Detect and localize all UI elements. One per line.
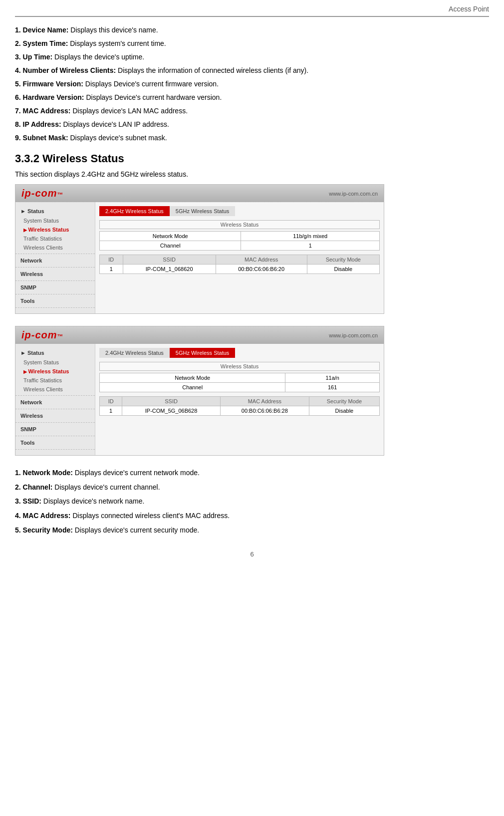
sidebar1-divider4 xyxy=(15,294,95,294)
sidebar1-traffic-statistics[interactable]: Traffic Statistics xyxy=(15,234,95,243)
panel2-th-security: Security Mode xyxy=(309,397,379,406)
intro-item-9: 9. Subnet Mask: Displays device's subnet… xyxy=(15,133,489,143)
panel2-ws-label: Wireless Status xyxy=(99,362,380,371)
panel2-main: 2.4GHz Wireless Status 5GHz Wireless Sta… xyxy=(95,344,384,455)
panel2-mode-label: Network Mode xyxy=(100,373,285,383)
sidebar2-wireless-status[interactable]: Wireless Status xyxy=(15,367,95,376)
detail-item-2: 2. Channel: Displays device's current ch… xyxy=(15,482,489,493)
intro-label-2: 2. System Time: xyxy=(15,39,68,47)
intro-label-7: 7. MAC Address: xyxy=(15,107,71,115)
panel1-row1-security: Disable xyxy=(307,265,379,274)
sidebar2-divider1 xyxy=(15,395,95,396)
sidebar2-network: Network xyxy=(15,397,95,407)
panel2-channel-value: 161 xyxy=(285,383,380,392)
detail-label-1: 1. Network Mode: xyxy=(15,469,73,477)
page-number: 6 xyxy=(15,550,489,558)
panel1-th-id: ID xyxy=(100,255,123,265)
intro-item-4: 4. Number of Wireless Clients: Displays … xyxy=(15,65,489,76)
panel1-main: 2.4GHz Wireless Status 5GHz Wireless Sta… xyxy=(95,202,384,313)
header-title: Access Point xyxy=(449,5,489,13)
sidebar2-status: ► Status xyxy=(15,348,95,358)
intro-label-1: 1. Device Name: xyxy=(15,26,68,34)
panel1-ws-label: Wireless Status xyxy=(99,220,380,229)
router-panel-2: ip-com™ www.ip-com.com.cn ► Status Syste… xyxy=(15,326,384,456)
sidebar1-wireless-clients[interactable]: Wireless Clients xyxy=(15,243,95,252)
panel2-row1-mac: 00:B0:C6:06:B6:28 xyxy=(220,406,309,416)
sidebar2-snmp: SNMP xyxy=(15,424,95,434)
sidebar2-divider2 xyxy=(15,409,95,409)
panel2-row1-security: Disable xyxy=(309,406,379,416)
sidebar1-divider2 xyxy=(15,267,95,268)
intro-label-4: 4. Number of Wireless Clients: xyxy=(15,66,116,74)
panel1-row-1: 1 IP-COM_1_068620 00:B0:C6:06:B6:20 Disa… xyxy=(100,265,380,274)
panel2-client-table: ID SSID MAC Address Security Mode 1 IP-C… xyxy=(99,396,380,416)
panel2-row1-id: 1 xyxy=(100,406,122,416)
panel2-sidebar: ► Status System Status Wireless Status T… xyxy=(15,344,95,455)
panel1-url: www.ip-com.com.cn xyxy=(329,191,378,197)
panel2-th-id: ID xyxy=(100,397,122,406)
intro-label-8: 8. IP Address: xyxy=(15,120,61,128)
sidebar1-wireless-status[interactable]: Wireless Status xyxy=(15,225,95,234)
panel2-url: www.ip-com.com.cn xyxy=(329,332,378,338)
panel2-row-1: 1 IP-COM_5G_06B628 00:B0:C6:06:B6:28 Dis… xyxy=(100,406,380,416)
sidebar1-network: Network xyxy=(15,256,95,266)
detail-label-5: 5. Security Mode: xyxy=(15,526,73,534)
sidebar1-wireless: Wireless xyxy=(15,269,95,279)
intro-item-5: 5. Firmware Version: Displays Device's c… xyxy=(15,79,489,89)
panel1-tab-5ghz[interactable]: 5GHz Wireless Status xyxy=(170,206,236,216)
panel1-row1-mac: 00:B0:C6:06:B6:20 xyxy=(216,265,307,274)
panel1-th-security: Security Mode xyxy=(307,255,379,265)
page-header: Access Point xyxy=(15,5,489,17)
sidebar2-system-status[interactable]: System Status xyxy=(15,358,95,367)
panel2-mode-value: 11a/n xyxy=(285,373,380,383)
panel1-client-table: ID SSID MAC Address Security Mode 1 IP-C… xyxy=(99,255,380,274)
panel1-channel-value: 1 xyxy=(241,241,380,251)
sidebar1-divider3 xyxy=(15,280,95,281)
intro-label-9: 9. Subnet Mask: xyxy=(15,134,68,142)
detail-label-3: 3. SSID: xyxy=(15,497,41,505)
detail-label-2: 2. Channel: xyxy=(15,483,52,491)
detail-item-1: 1. Network Mode: Displays device's curre… xyxy=(15,468,489,479)
panel1-body: ► Status System Status Wireless Status T… xyxy=(15,202,384,313)
sidebar1-divider5 xyxy=(15,307,95,308)
panel1-th-ssid: SSID xyxy=(123,255,216,265)
panel2-logo: ip-com™ xyxy=(21,329,64,341)
panel2-body: ► Status System Status Wireless Status T… xyxy=(15,344,384,455)
sidebar2-divider4 xyxy=(15,436,95,436)
intro-item-6: 6. Hardware Version: Displays Device's c… xyxy=(15,92,489,103)
panel2-tabbar: 2.4GHz Wireless Status 5GHz Wireless Sta… xyxy=(99,348,380,358)
panel2-tab-24ghz[interactable]: 2.4GHz Wireless Status xyxy=(99,348,170,358)
panel2-th-ssid: SSID xyxy=(122,397,221,406)
intro-item-3: 3. Up Time: Displays the device's uptime… xyxy=(15,52,489,62)
panel1-tab-24ghz[interactable]: 2.4GHz Wireless Status xyxy=(99,206,170,216)
intro-item-2: 2. System Time: Displays system's curren… xyxy=(15,38,489,49)
sidebar2-wireless-clients[interactable]: Wireless Clients xyxy=(15,385,95,394)
detail-label-4: 4. MAC Address: xyxy=(15,512,71,520)
sidebar1-snmp: SNMP xyxy=(15,282,95,292)
panel1-sidebar: ► Status System Status Wireless Status T… xyxy=(15,202,95,313)
panel1-mode-table: Network Mode 11b/g/n mixed Channel 1 xyxy=(99,231,380,251)
panel1-tabbar: 2.4GHz Wireless Status 5GHz Wireless Sta… xyxy=(99,206,380,216)
intro-item-1: 1. Device Name: Displays this device's n… xyxy=(15,25,489,35)
detail-item-5: 5. Security Mode: Displays device's curr… xyxy=(15,525,489,536)
intro-label-5: 5. Firmware Version: xyxy=(15,80,83,88)
sidebar2-wireless: Wireless xyxy=(15,411,95,421)
sidebar2-divider5 xyxy=(15,449,95,450)
panel2-tab-5ghz[interactable]: 5GHz Wireless Status xyxy=(170,348,236,358)
panel2-mode-table: Network Mode 11a/n Channel 161 xyxy=(99,373,380,392)
sidebar2-traffic-statistics[interactable]: Traffic Statistics xyxy=(15,376,95,385)
panel2-header: ip-com™ www.ip-com.com.cn xyxy=(15,326,384,344)
intro-label-3: 3. Up Time: xyxy=(15,53,52,61)
intro-item-8: 8. IP Address: Displays device's LAN IP … xyxy=(15,119,489,130)
sidebar2-divider3 xyxy=(15,422,95,423)
intro-list: 1. Device Name: Displays this device's n… xyxy=(15,25,489,143)
sidebar1-status: ► Status xyxy=(15,206,95,216)
panel1-channel-label: Channel xyxy=(100,241,241,251)
sidebar1-system-status[interactable]: System Status xyxy=(15,216,95,225)
panel1-logo: ip-com™ xyxy=(21,188,64,199)
panel1-row1-id: 1 xyxy=(100,265,123,274)
intro-item-7: 7. MAC Address: Displays device's LAN MA… xyxy=(15,106,489,116)
sidebar1-tools: Tools xyxy=(15,296,95,306)
panel1-mode-value: 11b/g/n mixed xyxy=(241,232,380,241)
panel1-row1-ssid: IP-COM_1_068620 xyxy=(123,265,216,274)
